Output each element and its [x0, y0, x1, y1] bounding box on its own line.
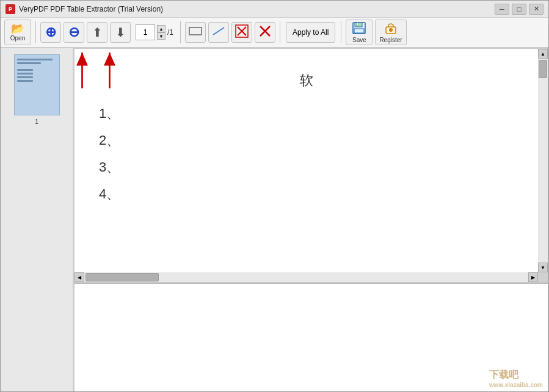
thumbnail-page-1 [14, 54, 60, 115]
rectangle-icon [188, 26, 203, 40]
delete-selection-button[interactable] [231, 22, 252, 43]
clear-all-button[interactable] [255, 22, 275, 43]
page-down-button[interactable]: ⬇ [110, 22, 131, 43]
scroll-track-horizontal[interactable] [84, 272, 528, 282]
scroll-corner [538, 272, 548, 282]
pdf-line-5: 4、 [99, 181, 514, 208]
open-icon: 📂 [11, 23, 24, 34]
scroll-thumb-horizontal[interactable] [85, 273, 159, 281]
save-icon [352, 22, 366, 36]
page-up-icon: ⬆ [92, 25, 103, 40]
svg-rect-0 [189, 27, 202, 35]
scroll-down-arrow[interactable]: ▼ [538, 263, 548, 272]
thumbnail-panel: 1 [1, 48, 74, 392]
line-icon [211, 26, 226, 40]
separator-2 [180, 21, 181, 43]
xmark-red-icon [258, 24, 272, 42]
register-button[interactable]: Register [375, 20, 406, 45]
right-panel: 软 1、 2、 3、 4、 ▲ ▼ ◀ ▶ [74, 48, 548, 392]
page-down-icon: ⬇ [115, 25, 126, 40]
spin-down-button[interactable]: ▼ [157, 32, 165, 40]
separator-4 [341, 21, 341, 43]
save-label: Save [352, 37, 366, 43]
apply-to-all-label: Apply to All [293, 28, 329, 37]
window-controls: ─ □ ✕ [495, 4, 544, 15]
page-up-button[interactable]: ⬆ [87, 22, 107, 43]
thumb-line-3 [17, 69, 33, 71]
thumbnail-item-1[interactable]: 1 [14, 54, 60, 125]
separator-1 [35, 21, 36, 43]
register-label: Register [379, 37, 402, 43]
spin-up-button[interactable]: ▲ [157, 25, 165, 32]
scroll-thumb-vertical[interactable] [539, 60, 547, 78]
open-button[interactable]: 📂 Open [4, 20, 31, 45]
title-text: VeryPDF PDF Table Extractor (Trial Versi… [19, 5, 163, 13]
app-icon: P [5, 4, 15, 14]
minimize-button[interactable]: ─ [495, 4, 509, 15]
data-view [74, 283, 548, 392]
maximize-button[interactable]: □ [512, 4, 526, 15]
open-label: Open [10, 35, 25, 42]
zoom-in-button[interactable]: ⊕ [40, 22, 61, 43]
scroll-left-arrow[interactable]: ◀ [75, 272, 84, 282]
thumbnail-page-number-1: 1 [35, 118, 38, 125]
page-input-group: 1 ▲ ▼ /1 [136, 24, 173, 40]
page-total: /1 [167, 28, 173, 37]
zoom-out-button[interactable]: ⊖ [64, 22, 84, 43]
apply-to-all-button[interactable]: Apply to All [286, 22, 335, 43]
cross-red-icon [235, 24, 249, 42]
line-tool-button[interactable] [208, 22, 229, 43]
thumb-line-4 [17, 73, 33, 74]
pdf-content: 软 1、 2、 3、 4、 [75, 49, 538, 272]
page-number-input[interactable]: 1 [136, 24, 155, 40]
pdf-line-1: 软 [99, 67, 514, 94]
svg-rect-9 [357, 23, 358, 26]
svg-line-1 [213, 27, 224, 35]
thumb-line-2 [17, 62, 41, 64]
page-spinner: ▲ ▼ [157, 25, 165, 40]
close-button[interactable]: ✕ [529, 4, 544, 15]
svg-rect-10 [354, 29, 364, 33]
thumb-line-5 [17, 76, 33, 78]
title-bar: P VeryPDF PDF Table Extractor (Trial Ver… [1, 1, 548, 18]
pdf-line-3: 2、 [99, 127, 514, 154]
register-icon [384, 22, 398, 36]
scroll-up-arrow[interactable]: ▲ [538, 49, 548, 59]
zoom-out-icon: ⊖ [68, 24, 79, 40]
main-area: 1 软 1、 2、 3、 4、 ▲ ▼ ◀ [1, 48, 548, 392]
toolbar: 📂 Open ⊕ ⊖ ⬆ ⬇ 1 ▲ ▼ /1 [1, 18, 548, 48]
scroll-right-arrow[interactable]: ▶ [528, 272, 538, 282]
separator-3 [280, 21, 280, 43]
title-left: P VeryPDF PDF Table Extractor (Trial Ver… [5, 4, 163, 14]
rectangle-tool-button[interactable] [185, 22, 206, 43]
pdf-line-4: 3、 [99, 154, 514, 181]
save-button[interactable]: Save [346, 20, 373, 45]
scroll-track-vertical[interactable] [538, 59, 548, 263]
pdf-view: 软 1、 2、 3、 4、 ▲ ▼ ◀ ▶ [74, 48, 548, 283]
vertical-scrollbar[interactable]: ▲ ▼ [538, 49, 548, 272]
thumb-line-1 [17, 59, 53, 60]
horizontal-scrollbar[interactable]: ◀ ▶ [75, 272, 538, 282]
svg-rect-13 [390, 30, 391, 32]
zoom-in-icon: ⊕ [45, 24, 56, 40]
pdf-line-2: 1、 [99, 100, 514, 127]
thumb-line-6 [17, 80, 33, 82]
